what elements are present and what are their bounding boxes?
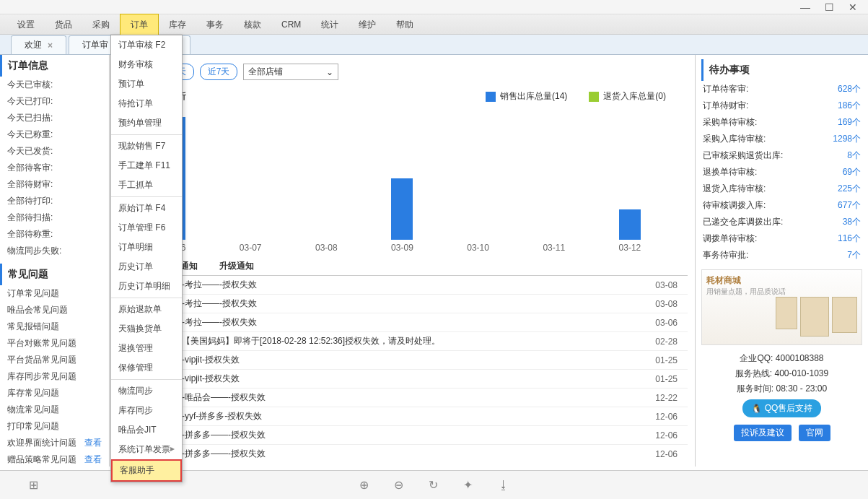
sidebar-item[interactable]: 唯品会常见问题 bbox=[0, 302, 109, 318]
store-select[interactable]: 全部店铺 ⌄ bbox=[243, 64, 338, 80]
dropdown-item[interactable]: 手工抓单 bbox=[111, 175, 182, 195]
menu-item[interactable]: 核款 bbox=[234, 14, 271, 35]
menu-item[interactable]: 货品 bbox=[45, 14, 82, 35]
message-row[interactable]: 系统店铺-拼多多——-授权失效12-06 bbox=[117, 445, 688, 461]
message-tab[interactable]: 通知 bbox=[180, 260, 198, 272]
order-dropdown-menu: 订单审核 F2财务审核预订单待抢订单预约单管理现款销售 F7手工建单 F11手工… bbox=[110, 35, 183, 482]
sidebar-item[interactable]: 赠品策略常见问题查看 bbox=[0, 451, 109, 467]
refresh-icon[interactable]: ↻ bbox=[429, 478, 438, 492]
message-row[interactable]: 系统店铺-拼多多——-授权失效12-06 bbox=[117, 426, 688, 445]
feedback-button[interactable]: 投诉及建议 bbox=[734, 425, 792, 441]
dropdown-item[interactable]: 客服助手 bbox=[111, 459, 182, 482]
dropdown-item[interactable]: 系统订单发票 bbox=[111, 440, 182, 459]
menu-item[interactable]: CRM bbox=[271, 14, 311, 35]
dropdown-item[interactable]: 订单管理 F6 bbox=[111, 218, 182, 238]
dropdown-item[interactable]: 预约单管理 bbox=[111, 113, 182, 133]
todo-row[interactable]: 订单待财审:186个 bbox=[701, 97, 862, 114]
sidebar-item[interactable]: 今天已发货: bbox=[0, 143, 109, 160]
message-row[interactable]: 系统店铺-考拉——-授权失效03-08 bbox=[117, 295, 688, 313]
dropdown-item[interactable]: 预订单 bbox=[111, 74, 182, 94]
qq-icon: 🐧 bbox=[751, 404, 762, 414]
dropdown-item[interactable]: 财务审核 bbox=[111, 55, 182, 74]
qq-support-button[interactable]: 🐧 QQ售后支持 bbox=[742, 399, 822, 417]
message-row[interactable]: 系统店铺【美国妈妈】即将于[2018-02-28 12:52:36]授权失效，请… bbox=[117, 332, 688, 351]
sidebar-item[interactable]: 全部待打印: bbox=[0, 193, 109, 209]
todo-row[interactable]: 订单待客审:628个 bbox=[701, 81, 862, 97]
sidebar-item[interactable]: 全部待称重: bbox=[0, 226, 109, 243]
message-row[interactable]: 系统店铺-考拉——-授权失效03-08 bbox=[117, 276, 688, 295]
close-icon[interactable]: ✕ bbox=[849, 1, 857, 13]
dropdown-item[interactable]: 待抢订单 bbox=[111, 94, 182, 113]
dropdown-item[interactable]: 订单审核 F2 bbox=[111, 35, 182, 55]
todo-row[interactable]: 待审核调拨入库:677个 bbox=[701, 197, 862, 214]
dropdown-item[interactable]: 唯品会JIT bbox=[111, 420, 182, 440]
dropdown-item[interactable]: 原始订单 F4 bbox=[111, 199, 182, 218]
view-link[interactable]: 查看 bbox=[84, 437, 102, 449]
sidebar-item[interactable]: 今天已审核: bbox=[0, 77, 109, 93]
sidebar-item[interactable]: 全部待财审: bbox=[0, 176, 109, 193]
todo-row[interactable]: 采购入库待审核:1298个 bbox=[701, 131, 862, 147]
sidebar-item[interactable]: 订单常见问题 bbox=[0, 285, 109, 302]
dropdown-item[interactable]: 手工建单 F11 bbox=[111, 156, 182, 175]
dropdown-item[interactable]: 退换管理 bbox=[111, 339, 182, 358]
sidebar-item[interactable]: 今天已打印: bbox=[0, 93, 109, 110]
sidebar-item[interactable]: 物流常见问题 bbox=[0, 402, 109, 418]
download-icon[interactable]: ⭳ bbox=[498, 479, 509, 492]
sidebar-item[interactable]: 全部待客审: bbox=[0, 160, 109, 176]
sidebar-item[interactable]: 平台货品常见问题 bbox=[0, 352, 109, 368]
website-button[interactable]: 官网 bbox=[799, 425, 830, 441]
sidebar-item[interactable]: 物流同步失败: bbox=[0, 243, 109, 259]
sidebar-item[interactable]: 全部待扫描: bbox=[0, 209, 109, 226]
zoom-in-icon[interactable]: ⊕ bbox=[359, 478, 369, 492]
todo-row[interactable]: 退换单待审核:69个 bbox=[701, 164, 862, 181]
dropdown-item[interactable]: 物流同步 bbox=[111, 381, 182, 401]
menu-item[interactable]: 订单 bbox=[120, 14, 159, 35]
filter-7days[interactable]: 近7天 bbox=[200, 64, 238, 80]
minimize-icon[interactable]: — bbox=[800, 1, 810, 13]
message-tab[interactable]: 升级通知 bbox=[219, 260, 254, 272]
promo-panel[interactable]: 耗材商城 用销量点题，用品质说话 bbox=[701, 269, 862, 345]
dropdown-item[interactable]: 天猫换货单 bbox=[111, 319, 182, 339]
message-list[interactable]: 系统店铺-考拉——-授权失效03-08系统店铺-考拉——-授权失效03-08系统… bbox=[117, 276, 688, 461]
sidebar-item[interactable]: 库存同步常见问题 bbox=[0, 368, 109, 385]
menu-item[interactable]: 帮助 bbox=[386, 14, 424, 35]
todo-row[interactable]: 采购单待审核:169个 bbox=[701, 114, 862, 131]
sidebar-item[interactable]: 打印常见问题 bbox=[0, 418, 109, 435]
layout-icon[interactable]: ⊞ bbox=[29, 478, 38, 492]
sidebar-item[interactable]: 常见报错问题 bbox=[0, 318, 109, 335]
sidebar-item[interactable]: 欢迎界面统计问题查看 bbox=[0, 435, 109, 451]
message-row[interactable]: 系统店铺-考拉——-授权失效03-06 bbox=[117, 313, 688, 332]
menu-item[interactable]: 库存 bbox=[159, 14, 196, 35]
todo-row[interactable]: 退货入库待审核:225个 bbox=[701, 181, 862, 197]
sidebar-item[interactable]: 库存常见问题 bbox=[0, 385, 109, 402]
message-row[interactable]: 系统店铺-vipjit-授权失效01-25 bbox=[117, 351, 688, 370]
todo-row[interactable]: 调拨单待审核:116个 bbox=[701, 230, 862, 247]
menu-item[interactable]: 统计 bbox=[311, 14, 348, 35]
menu-item[interactable]: 事务 bbox=[196, 14, 234, 35]
maximize-icon[interactable]: ☐ bbox=[825, 1, 834, 13]
sidebar-item[interactable]: 今天已称重: bbox=[0, 126, 109, 143]
document-tab[interactable]: 欢迎× bbox=[11, 35, 66, 54]
dropdown-item[interactable]: 历史订单明细 bbox=[111, 277, 182, 296]
menu-item[interactable]: 维护 bbox=[348, 14, 386, 35]
message-row[interactable]: 系统店铺-yyf-拼多多-授权失效12-06 bbox=[117, 407, 688, 426]
menu-item[interactable]: 设置 bbox=[7, 14, 45, 35]
close-tab-icon[interactable]: × bbox=[48, 40, 53, 51]
sparkle-icon[interactable]: ✦ bbox=[463, 478, 473, 492]
dropdown-item[interactable]: 现款销售 F7 bbox=[111, 136, 182, 156]
view-link[interactable]: 查看 bbox=[84, 454, 102, 466]
menu-item[interactable]: 采购 bbox=[82, 14, 120, 35]
zoom-out-icon[interactable]: ⊖ bbox=[394, 478, 403, 492]
dropdown-item[interactable]: 原始退款单 bbox=[111, 300, 182, 319]
todo-row[interactable]: 已审核采购退货出库:8个 bbox=[701, 147, 862, 164]
dropdown-item[interactable]: 订单明细 bbox=[111, 238, 182, 257]
sidebar-item[interactable]: 平台对账常见问题 bbox=[0, 335, 109, 352]
sidebar-item[interactable]: 今天已扫描: bbox=[0, 110, 109, 126]
dropdown-item[interactable]: 库存同步 bbox=[111, 401, 182, 420]
dropdown-item[interactable]: 历史订单 bbox=[111, 257, 182, 277]
todo-row[interactable]: 事务待审批:7个 bbox=[701, 247, 862, 264]
dropdown-item[interactable]: 保修管理 bbox=[111, 358, 182, 378]
message-row[interactable]: 系统店铺-vipjit-授权失效01-25 bbox=[117, 370, 688, 389]
todo-row[interactable]: 已递交仓库调拨出库:38个 bbox=[701, 214, 862, 230]
message-row[interactable]: 系统店铺-唯品会——-授权失效12-22 bbox=[117, 389, 688, 407]
